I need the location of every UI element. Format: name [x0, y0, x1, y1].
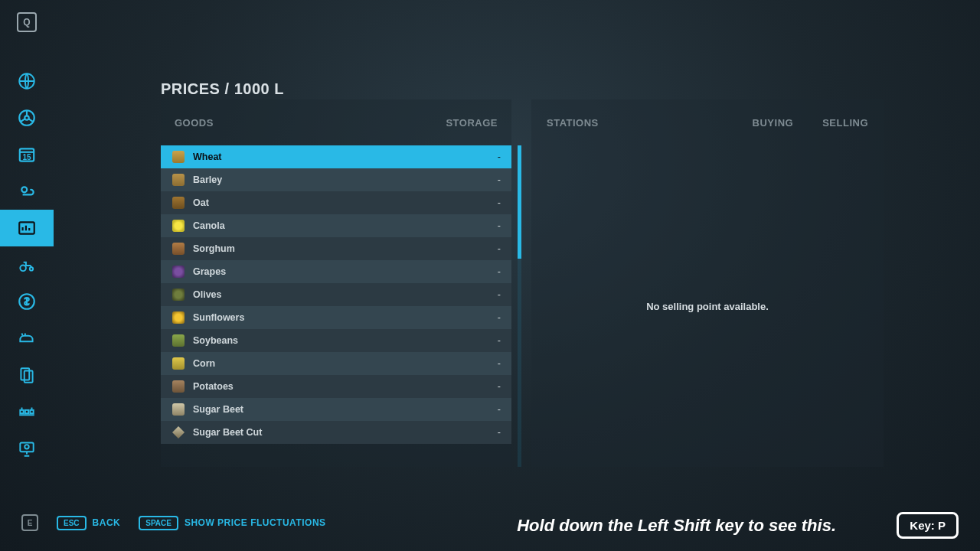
crop-icon [172, 219, 185, 233]
goods-row[interactable]: Barley- [161, 168, 511, 191]
goods-panel: GOODS STORAGE Wheat-Barley-Oat-Canola-So… [161, 99, 511, 467]
shortcut-key-e[interactable]: E [21, 514, 38, 531]
nav-calendar[interactable]: 15 [0, 136, 54, 173]
crop-storage: - [498, 220, 501, 231]
back-label: BACK [93, 517, 121, 528]
back-button[interactable]: ESC BACK [57, 516, 120, 530]
crop-storage: - [498, 266, 501, 277]
svg-rect-12 [25, 410, 28, 413]
crop-name: Barley [193, 174, 222, 185]
crop-storage: - [498, 289, 501, 300]
crop-storage: - [498, 197, 501, 208]
crop-name: Olives [193, 289, 222, 300]
nav-contracts[interactable] [0, 357, 54, 393]
crop-name: Grapes [193, 266, 226, 277]
crop-icon [172, 311, 185, 324]
fluct-label: SHOW PRICE FLUCTUATIONS [185, 517, 326, 528]
nav-animals[interactable] [0, 320, 54, 357]
crop-storage: - [498, 243, 501, 254]
svg-point-15 [24, 445, 28, 448]
nav-prices[interactable] [0, 210, 54, 246]
nav-production[interactable] [0, 393, 54, 430]
crop-name: Wheat [193, 152, 222, 162]
goods-row[interactable]: Wheat- [161, 145, 511, 168]
col-buying: BUYING [753, 117, 794, 129]
crop-icon [172, 403, 185, 416]
crop-storage: - [498, 335, 501, 346]
col-goods: GOODS [175, 117, 214, 129]
goods-row[interactable]: Grapes- [161, 260, 511, 283]
crop-name: Sugar Beet [193, 404, 243, 415]
production-icon [17, 402, 37, 422]
chart-icon [17, 218, 37, 238]
goods-row[interactable]: Sunflowers- [161, 306, 511, 329]
crop-icon [172, 288, 185, 302]
nav-vehicles[interactable] [0, 99, 54, 136]
crop-icon [172, 265, 185, 279]
weather-icon [17, 181, 37, 201]
crop-icon [172, 380, 185, 393]
svg-point-7 [30, 267, 33, 270]
crop-icon [172, 196, 185, 210]
back-key: ESC [57, 516, 87, 530]
goods-row[interactable]: Corn- [161, 352, 511, 375]
animal-icon [17, 328, 37, 348]
contracts-icon [17, 365, 37, 385]
money-icon [17, 292, 37, 311]
stations-empty-text: No selling point available. [531, 145, 884, 467]
crop-icon [172, 425, 185, 439]
crop-storage: - [498, 404, 501, 415]
nav-weather[interactable] [0, 173, 54, 210]
crop-name: Sorghum [193, 243, 235, 254]
goods-row[interactable]: Sugar Beet- [161, 398, 511, 421]
scrollbar-thumb[interactable] [518, 145, 521, 259]
nav-finances[interactable] [0, 283, 54, 320]
crop-icon [172, 150, 185, 164]
globe-icon [17, 71, 37, 91]
nav-garage[interactable] [0, 246, 54, 283]
crop-name: Potatoes [193, 381, 234, 392]
goods-scrollbar[interactable] [518, 145, 521, 467]
page-title: PRICES / 1000 L [161, 80, 284, 98]
stations-panel: STATIONS BUYING SELLING No selling point… [531, 99, 884, 467]
crop-storage: - [498, 427, 501, 438]
col-storage: STORAGE [446, 117, 498, 129]
goods-row[interactable]: Potatoes- [161, 375, 511, 398]
stations-header: STATIONS BUYING SELLING [531, 99, 884, 145]
crop-name: Sugar Beet Cut [193, 427, 262, 438]
goods-row[interactable]: Sorghum- [161, 237, 511, 260]
show-fluctuations-button[interactable]: SPACE SHOW PRICE FLUCTUATIONS [139, 516, 325, 530]
crop-storage: - [498, 312, 501, 323]
instruction-overlay: Hold down the Left Shift key to see this… [517, 516, 836, 536]
crop-name: Oat [193, 197, 209, 208]
col-stations: STATIONS [547, 117, 599, 129]
crop-name: Corn [193, 358, 215, 369]
crop-name: Soybeans [193, 335, 238, 346]
goods-row[interactable]: Sugar Beet Cut- [161, 421, 511, 444]
goods-row[interactable]: Olives- [161, 283, 511, 306]
crop-icon [172, 173, 185, 187]
svg-rect-11 [20, 410, 23, 413]
crop-storage: - [498, 358, 501, 369]
nav-map[interactable] [0, 63, 54, 99]
crop-storage: - [498, 174, 501, 185]
presentation-icon [17, 439, 37, 458]
crop-storage: - [498, 152, 501, 162]
crop-name: Sunflowers [193, 312, 244, 323]
shortcut-key-q[interactable]: Q [17, 12, 37, 32]
nav-stats[interactable] [0, 430, 54, 467]
tractor-icon [17, 255, 37, 275]
crop-icon [172, 334, 185, 347]
key-p-badge: Key: P [897, 512, 959, 539]
crop-icon [172, 357, 185, 370]
goods-row[interactable]: Soybeans- [161, 329, 511, 352]
crop-icon [172, 242, 185, 256]
steering-icon [17, 108, 37, 128]
goods-row[interactable]: Canola- [161, 214, 511, 237]
goods-row[interactable]: Oat- [161, 191, 511, 214]
svg-point-6 [20, 266, 26, 272]
crop-name: Canola [193, 220, 225, 231]
goods-list: Wheat-Barley-Oat-Canola-Sorghum-Grapes-O… [161, 145, 511, 444]
svg-rect-13 [30, 410, 33, 413]
calendar-day: 15 [22, 153, 31, 161]
